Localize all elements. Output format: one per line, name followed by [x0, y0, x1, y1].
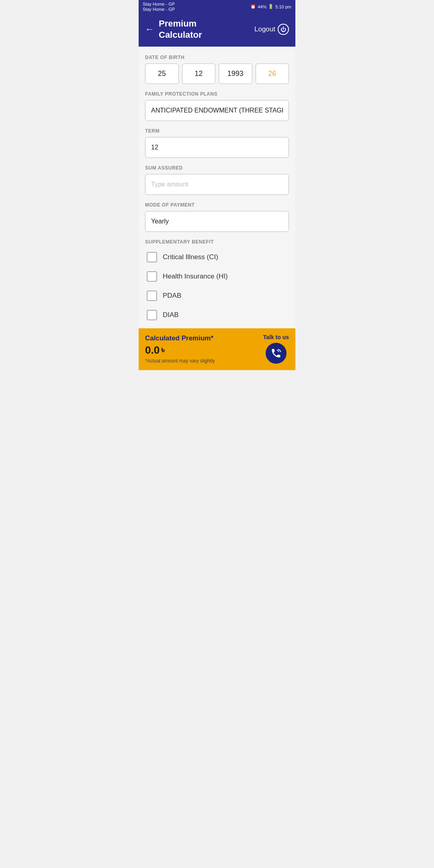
dob-year[interactable]: 1993: [219, 63, 252, 84]
carrier-top: Stay Home - GP: [143, 2, 175, 6]
term-input[interactable]: 12: [145, 137, 289, 158]
premium-info: Calculated Premium* 0.0 ৳ *Actual amount…: [145, 334, 215, 364]
dob-age[interactable]: 26: [256, 63, 289, 84]
power-icon: ⏻: [278, 24, 289, 35]
calculated-premium-label: Calculated Premium*: [145, 334, 215, 342]
checkbox-label-ci: Critical Illness (CI): [163, 253, 218, 261]
dob-month[interactable]: 12: [182, 63, 216, 84]
sum-assured-input[interactable]: [145, 174, 289, 195]
checkbox-hi[interactable]: [147, 271, 157, 282]
mode-of-payment-label: MODE OF PAYMENT: [145, 202, 289, 208]
checkbox-label-diab: DIAB: [163, 311, 179, 319]
checkbox-label-hi: Health Insurance (HI): [163, 272, 228, 280]
talk-to-us-button[interactable]: Talk to us: [263, 334, 289, 364]
checkbox-item-pdab: PDAB: [145, 287, 289, 305]
checkbox-list: Critical Illness (CI) Health Insurance (…: [145, 248, 289, 324]
dob-row: 25 12 1993 26: [145, 63, 289, 84]
checkbox-item-diab: DIAB: [145, 306, 289, 324]
checkbox-diab[interactable]: [147, 310, 157, 320]
page-title: PremiumCalculator: [159, 18, 202, 40]
logout-button[interactable]: Logout ⏻: [254, 24, 289, 35]
carrier-bottom: Stay Home - GP: [143, 7, 175, 12]
currency-symbol: ৳: [161, 345, 164, 355]
premium-value-row: 0.0 ৳: [145, 344, 215, 356]
supplementary-benefit-label: SUPPLEMENTARY BENEFIT: [145, 239, 289, 245]
dob-day[interactable]: 25: [145, 63, 179, 84]
family-protection-label: FAMILY PROTECTION PLANS: [145, 91, 289, 97]
term-label: TERM: [145, 128, 289, 134]
dob-label: DATE OF BIRTH: [145, 55, 289, 60]
header-left: ← PremiumCalculator: [145, 18, 202, 40]
phone-icon: [270, 348, 282, 359]
premium-amount: 0.0: [145, 344, 160, 356]
talk-to-us-label: Talk to us: [263, 334, 289, 340]
status-bar: Stay Home - GP Stay Home - GP ⏰ 44% 🔋 5:…: [139, 0, 295, 13]
checkbox-ci[interactable]: [147, 252, 157, 262]
main-content: DATE OF BIRTH 25 12 1993 26 FAMILY PROTE…: [139, 47, 295, 328]
checkbox-item-ci: Critical Illness (CI): [145, 248, 289, 266]
checkbox-label-pdab: PDAB: [163, 292, 181, 300]
checkbox-pdab[interactable]: [147, 291, 157, 301]
sum-assured-label: SUM ASSURED: [145, 165, 289, 171]
status-left: Stay Home - GP Stay Home - GP: [143, 2, 175, 12]
mode-of-payment-input[interactable]: [145, 211, 289, 232]
family-protection-input[interactable]: ANTICIPATED ENDOWMENT (THREE STAGE: [145, 100, 289, 121]
header: ← PremiumCalculator Logout ⏻: [139, 13, 295, 47]
bottom-bar: Calculated Premium* 0.0 ৳ *Actual amount…: [139, 328, 295, 370]
battery-percent: 44%: [258, 4, 266, 9]
phone-icon-wrap: [266, 343, 287, 364]
battery-icon: 🔋: [268, 4, 274, 9]
checkbox-item-hi: Health Insurance (HI): [145, 267, 289, 286]
premium-note: *Actual amount may vary slightly: [145, 358, 215, 364]
time: 5:10 pm: [275, 4, 291, 9]
back-button[interactable]: ←: [145, 24, 154, 35]
status-right: ⏰ 44% 🔋 5:10 pm: [250, 4, 291, 9]
alarm-icon: ⏰: [250, 4, 256, 9]
logout-label: Logout: [254, 25, 275, 33]
